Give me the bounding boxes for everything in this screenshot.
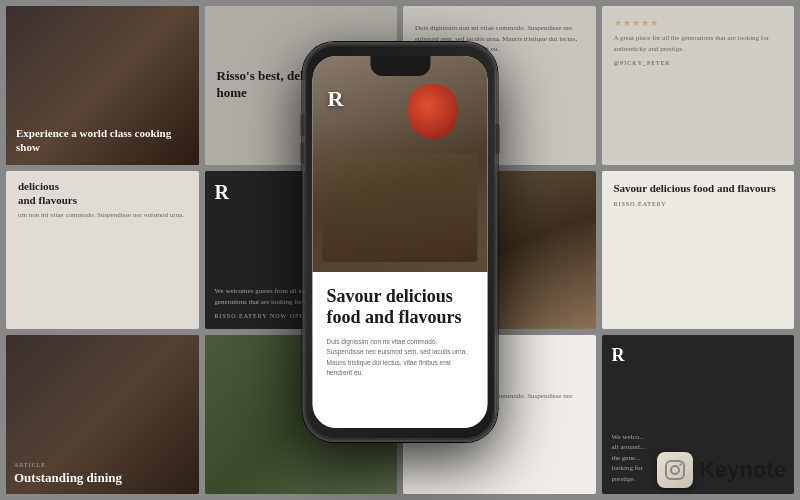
card-delicious-body: om non mi vitae commodo. Suspendisse nec… [18, 210, 187, 221]
keynote-badge: Keynote [657, 452, 786, 488]
card-savour-tag: RISSO.EATERY [614, 201, 783, 207]
phone-side-btn [496, 124, 500, 154]
phone-screen-content: R Savour delicious food and flavours Dui… [313, 56, 488, 428]
card-cooking: Experience a world class cooking show [6, 6, 199, 165]
card-handle: @Picky_Peter [614, 60, 783, 66]
svg-point-1 [671, 466, 679, 474]
phone-bottom-section: Savour delicious food and flavours Duis … [313, 272, 488, 428]
card-delicious-title: deliciousand flavours [18, 179, 187, 208]
phone-vol-down [301, 142, 305, 164]
card-savour-title: Savour delicious food and flavours [614, 181, 783, 195]
phone-top-section: R [313, 56, 488, 272]
phone-notch [370, 56, 430, 76]
card-authenticity-body: A great place for all the generations th… [614, 33, 783, 54]
phone-screen: R Savour delicious food and flavours Dui… [313, 56, 488, 428]
card-savour: Savour delicious food and flavours RISSO… [602, 171, 795, 330]
keynote-icon [657, 452, 693, 488]
phone-title: Savour delicious food and flavours [327, 286, 474, 329]
card-cooking-title: Experience a world class cooking show [16, 126, 189, 155]
card-dark-r-right-logo: R [612, 345, 785, 366]
card-outstanding-title: Outstanding dining [14, 470, 191, 486]
card-article-tag: ARTICLE [14, 462, 191, 468]
phone-mockup: R Savour delicious food and flavours Dui… [303, 42, 498, 442]
card-delicious: deliciousand flavours om non mi vitae co… [6, 171, 199, 330]
phone-r-logo: R [328, 86, 344, 112]
phone-body: R Savour delicious food and flavours Dui… [303, 42, 498, 442]
card-stars: ★★★★★ [614, 18, 783, 28]
phone-apple [408, 84, 458, 139]
keynote-label: Keynote [699, 457, 786, 483]
svg-point-2 [680, 463, 682, 465]
card-authenticity: ★★★★★ A great place for all the generati… [602, 6, 795, 165]
card-food-dark: ARTICLE Outstanding dining [6, 335, 199, 494]
phone-vol-up [301, 114, 305, 136]
phone-body-text: Duis dignissim non mi vitae commodo. Sus… [327, 337, 474, 379]
